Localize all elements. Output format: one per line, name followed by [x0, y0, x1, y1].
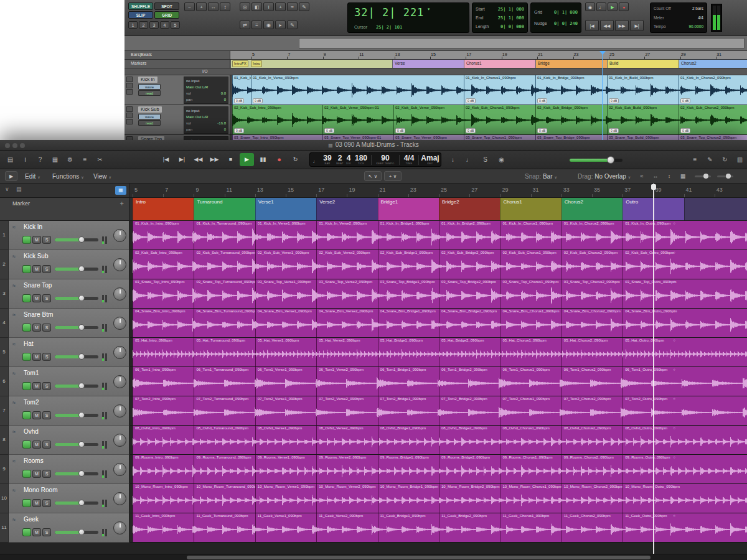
track-header[interactable]: ≈Kick InMS [9, 221, 129, 250]
menu-functions[interactable]: Functions∨ [52, 169, 84, 184]
track-on-button[interactable] [22, 499, 31, 507]
audio-region[interactable]: 01_Kick_In_Outro_090bpm○ [622, 221, 747, 250]
audio-region[interactable]: 06_Tom1_Verse2_090bpm [316, 367, 377, 396]
marker-bridge2[interactable]: Bridge2 [439, 198, 500, 220]
lcd-div-field[interactable]: 4 DIV [344, 154, 353, 165]
track-on-button[interactable] [22, 353, 31, 361]
mute-button[interactable]: M [32, 353, 41, 361]
audio-region[interactable]: 10_Mono_Room_Verse1_090bpm [255, 484, 316, 513]
audio-region[interactable]: 05_Hat_Bridge1_090bpm [378, 338, 439, 366]
go-to-beginning-button[interactable]: |◀ [159, 153, 173, 166]
audio-region[interactable]: 07_Tom2_Chorus1_090bpm [500, 396, 561, 425]
audio-region[interactable]: 09_Rooms_Intro_090bpm [133, 455, 194, 483]
pause-button[interactable]: ▮▮ [256, 153, 270, 166]
pt-rtz-button[interactable]: |◀ [585, 20, 599, 31]
zoom-preset-button[interactable]: 2 [139, 21, 148, 29]
audio-region[interactable]: 01_Kick_In_Turnaround_090bpm [194, 221, 255, 250]
audio-region[interactable]: 01_Kick_In_Bridge1_090bpm [378, 221, 439, 250]
pt-audio-region[interactable]: 02_Kick_Sub_Intro_090bpm0 dB [232, 105, 322, 134]
pt-audio-region[interactable]: 01_Kick_In_Chorus1_090bpm0 dB [464, 75, 535, 105]
pt-selection-field[interactable]: Length0| 0| 000 [476, 22, 524, 31]
solo-button[interactable]: S [42, 470, 51, 478]
control-bar-icon[interactable]: ≡ [688, 154, 702, 166]
audio-region[interactable]: 07_Tom2_Bridge2_090bpm [439, 396, 500, 425]
stop-button[interactable]: ■ [223, 153, 238, 166]
marker-chorus1[interactable]: Chorus1 [500, 198, 561, 220]
track-name[interactable]: Tom2 [24, 399, 39, 406]
track-header[interactable]: ≈Tom2MS [9, 396, 129, 426]
pan-knob[interactable] [113, 463, 126, 476]
pt-marker-band-verse[interactable]: Verse [392, 60, 464, 68]
audio-region[interactable]: 08_Ovhd_Bridge1_090bpm [378, 426, 439, 454]
toolbar-toggle-icon[interactable]: ▦ [49, 154, 62, 166]
pt-play-button[interactable]: ▶ [608, 2, 618, 11]
pt-marker-band-build[interactable]: Build [607, 60, 679, 68]
marker-intro[interactable]: Intro [133, 198, 194, 220]
solo-button[interactable]: S [42, 441, 51, 449]
pan-knob[interactable] [113, 375, 126, 388]
marker-lane[interactable]: IntroTurnaroundVerse1Verse2Bridge1Bridge… [129, 198, 747, 221]
solo-button[interactable]: S [42, 528, 51, 536]
pt-record-button[interactable]: ● [619, 2, 629, 11]
pt-read-button[interactable]: read [138, 90, 161, 96]
pt-audio-region[interactable]: 03_Snare_Top_Chorus2_090bpm0 dB [679, 135, 747, 140]
audio-region[interactable]: 08_Ovhd_Outro_090bpm○ [622, 426, 747, 454]
marker-bridge1[interactable]: Bridge1 [378, 198, 439, 220]
audio-region[interactable]: 06_Tom1_Turnaround_090bpm [194, 367, 255, 396]
zoom-preset-button[interactable]: 5 [171, 21, 180, 29]
audio-region[interactable]: 04_Snare_Btm_Turnaround_090bpm [194, 309, 255, 337]
pt-audio-region[interactable]: 02_Kick_Sub_Chorus1_090bpm0 dB [464, 105, 535, 134]
audio-region[interactable]: 09_Rooms_Turnaround_090bpm [194, 455, 255, 483]
pt-audio-region[interactable]: 03_Snare_Top_Verse_090bpm0 dB [393, 135, 464, 140]
pt-goto-end-button[interactable]: ▶| [630, 20, 644, 31]
solo-button[interactable]: S [42, 294, 51, 302]
zoom-preset-button[interactable]: 1 [128, 21, 138, 29]
quick-help-icon[interactable]: ? [34, 154, 47, 166]
pan-knob[interactable] [113, 287, 126, 301]
mode-slip-button[interactable]: SLIP [128, 11, 153, 19]
volume-slider[interactable] [55, 326, 98, 329]
pt-track-mini-button[interactable] [126, 119, 133, 124]
pt-marker-band-bridge[interactable]: Bridge [535, 60, 607, 68]
scrubber-tool[interactable]: ≈ [287, 2, 298, 11]
pan-knob[interactable] [113, 346, 126, 359]
marker-verse2[interactable]: Verse2 [316, 198, 377, 220]
track-name[interactable]: Tom1 [24, 370, 39, 376]
audio-region[interactable]: 02_Kick_Sub_Verse1_090bpm [255, 250, 316, 279]
track-header[interactable]: ≈GeekMS [9, 513, 129, 543]
volume-thumb[interactable] [78, 236, 85, 243]
lcd-key-field[interactable]: Amaj KEY [421, 154, 439, 165]
track-header[interactable]: ≈HatMS [9, 338, 129, 367]
pt-counter-caret-icon[interactable]: ▾ [427, 6, 431, 12]
solo-mode-icon[interactable]: S [479, 154, 492, 166]
marker-chorus2[interactable]: Chorus2 [561, 198, 622, 220]
audio-region[interactable]: 04_Snare_Btm_Bridge1_090bpm [378, 309, 439, 337]
audio-region[interactable]: 11_Geek_Chorus2_090bpm [561, 513, 622, 542]
audio-region[interactable]: 06_Tom1_Intro_090bpm [133, 367, 194, 396]
audio-region[interactable]: 10_Mono_Room_Bridge2_090bpm [439, 484, 500, 513]
pt-track-header[interactable]: Snare Topwavereadno inputMain Out L/Rvol… [125, 135, 230, 140]
audio-region[interactable]: 08_Ovhd_Bridge2_090bpm [439, 426, 500, 454]
track-on-button[interactable] [22, 324, 31, 332]
pt-track-mini-button[interactable] [126, 113, 133, 118]
mute-button[interactable]: M [32, 265, 41, 273]
volume-slider[interactable] [55, 531, 98, 534]
audio-region[interactable]: 10_Mono_Room_Turnaround_090bpm [194, 484, 255, 513]
audio-region[interactable]: 07_Tom2_Bridge1_090bpm [378, 396, 439, 425]
bar-ruler[interactable]: ∨ ▤ ▦ 5791113151719212325272931333537394… [0, 184, 747, 198]
audio-region[interactable]: 08_Ovhd_Intro_090bpm [133, 426, 194, 454]
horizontal-zoom-button[interactable]: ↔ [208, 2, 218, 11]
zoom-presets-icon[interactable]: ▦ [677, 172, 688, 181]
audio-region[interactable]: 03_Snare_Top_Bridge2_090bpm [439, 279, 500, 308]
mute-button[interactable]: M [32, 441, 41, 449]
pt-output-path[interactable]: Main Out L/R [186, 114, 226, 120]
audio-region[interactable]: 05_Hat_Verse1_090bpm [255, 338, 316, 366]
track-on-button[interactable] [22, 236, 31, 244]
audio-region[interactable]: 07_Tom2_Chorus2_090bpm [561, 396, 622, 425]
mode-shuffle-button[interactable]: SHUFFLE [128, 2, 153, 10]
audio-region[interactable]: 06_Tom1_Bridge1_090bpm [378, 367, 439, 396]
vertical-zoom-button[interactable]: ↕ [220, 2, 230, 11]
pt-audio-region[interactable]: 02_Kick_Sub_Chorus2_090bpm0 dB [679, 105, 747, 134]
audio-region[interactable]: 10_Mono_Room_Bridge1_090bpm [378, 484, 439, 513]
library-icon[interactable]: ▤ [4, 154, 17, 166]
